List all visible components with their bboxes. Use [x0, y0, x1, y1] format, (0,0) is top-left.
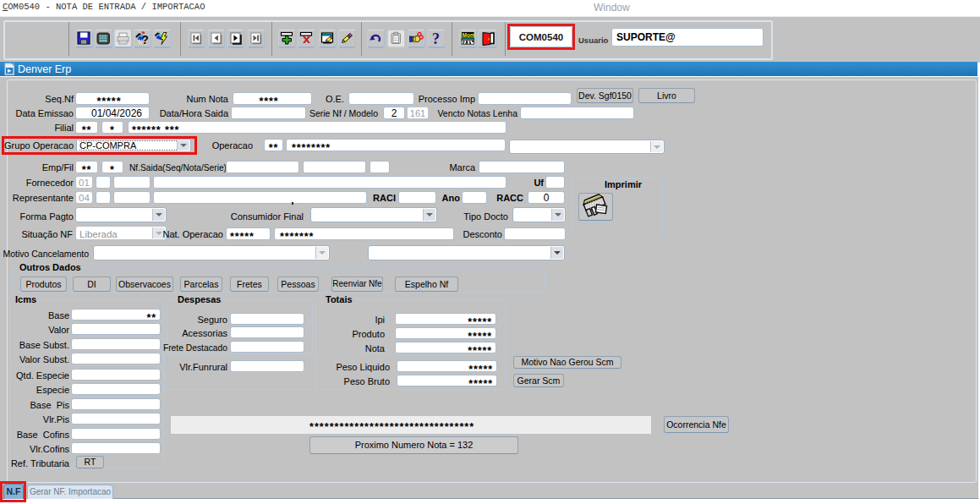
svg-text:?: ?	[432, 31, 440, 46]
svg-text:Mom: Mom	[463, 32, 475, 38]
svg-text:?: ?	[141, 33, 149, 46]
